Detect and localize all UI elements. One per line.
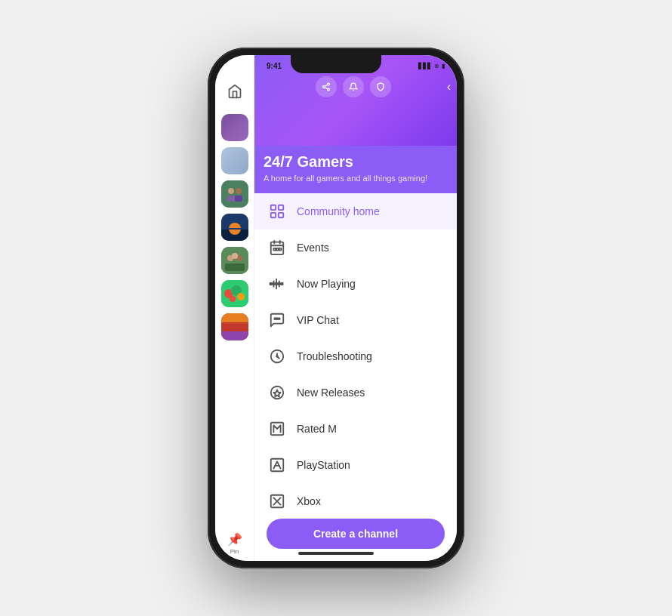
svg-line-27 (325, 85, 328, 86)
svg-rect-31 (279, 213, 283, 217)
sidebar-pin: 📌 Pin (227, 532, 242, 555)
phone-device: 📌 Pin 9:41 ▋▋▋ ⊛ ▮ (208, 48, 464, 568)
svg-point-45 (273, 283, 275, 285)
svg-point-17 (237, 293, 245, 300)
sidebar-avatar-3[interactable] (221, 180, 248, 208)
pin-icon: 📌 (227, 532, 242, 547)
svg-line-26 (325, 88, 328, 89)
vip-chat-label: VIP Chat (297, 314, 339, 326)
menu-item-rated-m[interactable]: Rated M (254, 411, 457, 447)
playstation-label: PlayStation (297, 459, 350, 471)
signal-icon: ▋▋▋ (418, 63, 432, 69)
community-description: A home for all gamers and all things gam… (264, 173, 448, 184)
svg-rect-4 (235, 196, 242, 202)
svg-rect-22 (221, 331, 248, 340)
notification-button[interactable] (343, 76, 364, 97)
back-button[interactable]: ‹ (447, 80, 451, 94)
svg-rect-38 (279, 248, 282, 251)
sidebar-avatar-5[interactable] (221, 247, 248, 274)
events-label: Events (297, 242, 329, 254)
svg-point-48 (281, 283, 283, 285)
events-icon (267, 237, 288, 258)
status-time: 9:41 (267, 62, 282, 70)
svg-rect-28 (271, 205, 276, 210)
phone-screen: 📌 Pin 9:41 ▋▋▋ ⊛ ▮ (215, 55, 457, 561)
status-icons: ▋▋▋ ⊛ ▮ (418, 63, 445, 69)
troubleshooting-icon (267, 346, 288, 367)
pin-label: Pin (230, 548, 239, 555)
svg-rect-8 (221, 228, 248, 229)
svg-rect-20 (221, 313, 248, 322)
banner-action-icons (316, 76, 391, 97)
xbox-label: Xbox (297, 495, 321, 507)
svg-point-46 (276, 283, 278, 285)
create-channel-button[interactable]: Create a channel (267, 519, 445, 549)
sidebar: 📌 Pin (215, 55, 254, 561)
vip-chat-icon (267, 310, 288, 331)
svg-point-18 (230, 296, 236, 302)
community-home-label: Community home (297, 205, 380, 217)
phone-notch (291, 55, 381, 73)
new-releases-icon (267, 382, 288, 403)
svg-rect-0 (221, 180, 248, 208)
svg-point-24 (323, 86, 325, 88)
home-indicator (298, 552, 374, 555)
banner-top-bar: ‹ (260, 76, 451, 97)
xbox-icon (267, 491, 288, 511)
main-panel: 9:41 ▋▋▋ ⊛ ▮ (254, 55, 457, 561)
rated-m-label: Rated M (297, 423, 337, 435)
svg-point-54 (271, 387, 284, 399)
svg-point-23 (328, 83, 330, 85)
menu-item-events[interactable]: Events (254, 229, 457, 266)
svg-point-12 (232, 253, 238, 259)
svg-rect-37 (276, 248, 279, 251)
menu-item-now-playing[interactable]: Now Playing (254, 266, 457, 302)
svg-point-53 (276, 356, 278, 357)
menu-item-vip-chat[interactable]: VIP Chat (254, 302, 457, 338)
shield-button[interactable] (370, 76, 391, 97)
sidebar-home-button[interactable] (221, 78, 248, 105)
menu-item-troubleshooting[interactable]: Troubleshooting (254, 338, 457, 374)
menu-item-community-home[interactable]: Community home (254, 193, 457, 229)
svg-rect-30 (271, 213, 276, 217)
community-home-icon (267, 201, 288, 222)
svg-point-51 (279, 319, 280, 320)
svg-rect-29 (279, 205, 283, 210)
svg-point-1 (228, 188, 234, 194)
sidebar-avatar-1[interactable] (221, 114, 248, 141)
now-playing-label: Now Playing (297, 278, 356, 290)
svg-point-25 (328, 88, 330, 91)
playstation-icon (267, 454, 288, 476)
svg-rect-36 (273, 248, 276, 251)
sidebar-avatar-7[interactable] (221, 313, 248, 340)
wifi-icon: ⊛ (434, 63, 439, 69)
menu-item-playstation[interactable]: PlayStation (254, 447, 457, 483)
sidebar-avatar-2[interactable] (221, 147, 248, 174)
battery-icon: ▮ (442, 63, 445, 69)
menu-item-new-releases[interactable]: New Releases (254, 374, 457, 411)
svg-rect-3 (227, 196, 235, 202)
troubleshooting-label: Troubleshooting (297, 350, 372, 362)
svg-point-47 (278, 283, 280, 285)
svg-point-50 (276, 319, 278, 320)
share-button[interactable] (316, 76, 337, 97)
svg-point-49 (274, 319, 276, 320)
sidebar-avatar-6[interactable] (221, 280, 248, 307)
channel-menu-list: Community home Events (254, 193, 457, 511)
rated-m-icon (267, 418, 288, 439)
svg-point-44 (270, 283, 272, 285)
svg-rect-21 (221, 322, 248, 331)
svg-rect-13 (225, 263, 245, 271)
community-info: 24/7 Gamers A home for all gamers and al… (254, 146, 457, 193)
menu-item-xbox[interactable]: Xbox (254, 483, 457, 511)
sidebar-avatar-4[interactable] (221, 214, 248, 241)
community-title: 24/7 Gamers (264, 153, 448, 171)
svg-point-2 (236, 188, 242, 194)
new-releases-label: New Releases (297, 387, 365, 399)
now-playing-icon (267, 273, 288, 294)
